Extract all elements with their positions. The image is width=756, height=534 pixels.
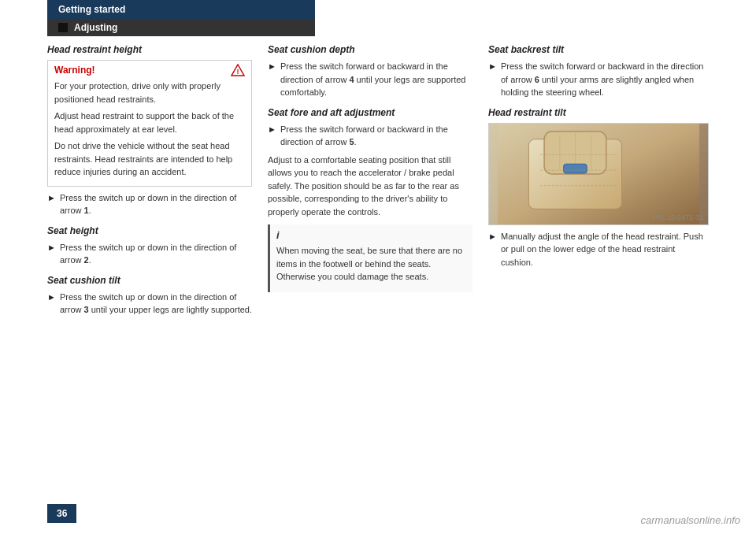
bullet-arrow-icon-4: ► bbox=[268, 60, 279, 99]
mid-column: Seat cushion depth ► Press the switch fo… bbox=[268, 44, 488, 321]
section-seat-height-title: Seat height bbox=[47, 225, 252, 236]
warning-triangle-icon: ! bbox=[231, 64, 245, 76]
warning-text-2: Adjust head restraint to support the bac… bbox=[54, 109, 245, 135]
section-seat-cushion-tilt-title: Seat cushion tilt bbox=[47, 275, 252, 286]
bullet-seat-backrest-tilt: ► Press the switch forward or backward i… bbox=[488, 60, 709, 99]
header-title: Getting started bbox=[58, 4, 125, 15]
bullet-seat-height: ► Press the switch up or down in the dir… bbox=[47, 241, 252, 267]
bullet-arrow-icon-3: ► bbox=[47, 291, 58, 317]
warning-text-3: Do not drive the vehicle without the sea… bbox=[54, 139, 245, 179]
bullet-seat-fore-aft-text: Press the switch forward or backward in … bbox=[280, 123, 472, 149]
section-head-restraint-tilt-title: Head restraint tilt bbox=[488, 107, 709, 118]
bullet-seat-cushion-tilt-text: Press the switch up or down in the direc… bbox=[60, 291, 252, 317]
bullet-arrow-icon-6: ► bbox=[488, 60, 499, 99]
watermark: carmanualsonline.info bbox=[641, 514, 740, 526]
header-bar: Getting started bbox=[47, 0, 315, 19]
bullet-head-restraint-height: ► Press the switch up or down in the dir… bbox=[47, 191, 252, 217]
svg-text:!: ! bbox=[237, 68, 239, 76]
bullet-seat-cushion-depth-text: Press the switch forward or backward in … bbox=[280, 60, 472, 99]
image-caption: P91.10-2471-31 bbox=[652, 213, 703, 221]
left-column: Head restraint height Warning! ! For you… bbox=[47, 44, 268, 321]
right-column: Seat backrest tilt ► Press the switch fo… bbox=[488, 44, 709, 321]
seat-fore-aft-body: Adjust to a comfortable seating position… bbox=[268, 154, 472, 219]
main-content: Head restraint height Warning! ! For you… bbox=[0, 36, 756, 321]
info-box-text: When moving the seat, be sure that there… bbox=[276, 244, 466, 284]
section-seat-backrest-tilt-title: Seat backrest tilt bbox=[488, 44, 709, 55]
bullet-head-restraint-tilt-text: Manually adjust the angle of the head re… bbox=[501, 230, 709, 269]
bullet-head-restraint-height-text: Press the switch up or down in the direc… bbox=[60, 191, 252, 217]
info-icon: i bbox=[276, 229, 466, 241]
info-box: i When moving the seat, be sure that the… bbox=[268, 224, 472, 292]
bullet-arrow-icon: ► bbox=[47, 191, 58, 217]
page-number: 36 bbox=[47, 504, 76, 523]
bullet-arrow-icon-5: ► bbox=[268, 123, 279, 149]
bullet-seat-cushion-depth: ► Press the switch forward or backward i… bbox=[268, 60, 472, 99]
warning-box: Warning! ! For your protection, drive on… bbox=[47, 60, 252, 187]
bullet-seat-fore-aft: ► Press the switch forward or backward i… bbox=[268, 123, 472, 149]
section-seat-cushion-depth-title: Seat cushion depth bbox=[268, 44, 472, 55]
svg-rect-8 bbox=[564, 164, 587, 173]
bullet-seat-cushion-tilt: ► Press the switch up or down in the dir… bbox=[47, 291, 252, 317]
warning-header: Warning! ! bbox=[54, 64, 245, 76]
head-restraint-image: P91.10-2471-31 bbox=[488, 123, 709, 225]
section-head-restraint-height-title: Head restraint height bbox=[47, 44, 252, 55]
warning-text-1: For your protection, drive only with pro… bbox=[54, 80, 245, 106]
section-seat-fore-aft-title: Seat fore and aft adjustment bbox=[268, 107, 472, 118]
warning-label: Warning! bbox=[54, 65, 95, 76]
sub-header-square bbox=[58, 23, 68, 32]
sub-header: Adjusting bbox=[47, 19, 315, 36]
bullet-seat-height-text: Press the switch up or down in the direc… bbox=[60, 241, 252, 267]
sub-header-label: Adjusting bbox=[74, 22, 117, 33]
bullet-arrow-icon-7: ► bbox=[488, 230, 499, 269]
bullet-seat-backrest-tilt-text: Press the switch forward or backward in … bbox=[501, 60, 709, 99]
bullet-head-restraint-tilt: ► Manually adjust the angle of the head … bbox=[488, 230, 709, 269]
bullet-arrow-icon-2: ► bbox=[47, 241, 58, 267]
